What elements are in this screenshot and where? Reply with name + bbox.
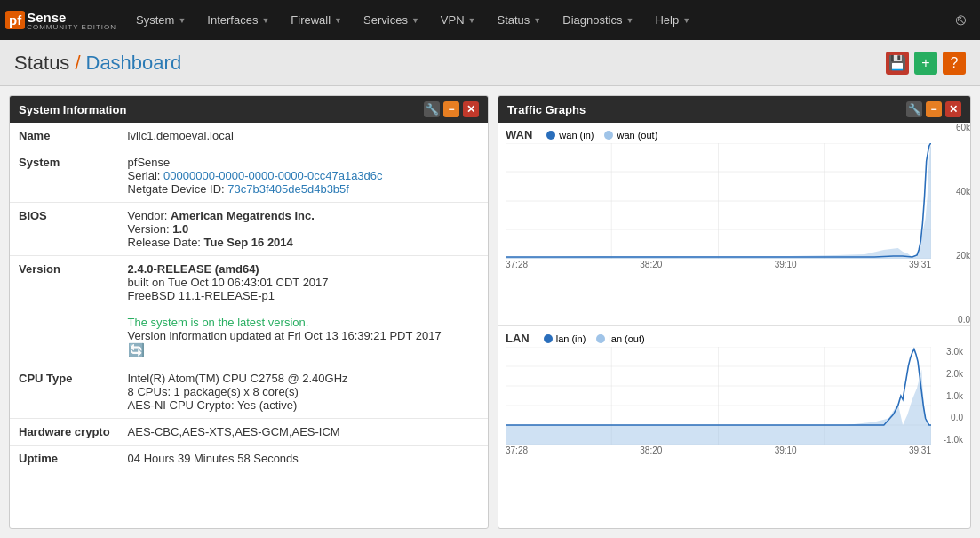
value-cpu: Intel(R) Atom(TM) CPU C2758 @ 2.40GHz 8 … <box>119 365 488 419</box>
system-info-controls: 🔧 − ✕ <box>424 101 479 117</box>
lan-legend-out: lan (out) <box>596 333 644 344</box>
nav-system-arrow: ▼ <box>178 16 186 25</box>
lan-title-row: LAN lan (in) lan (out) <box>506 332 963 345</box>
traffic-graphs-header: Traffic Graphs 🔧 − ✕ <box>498 96 970 123</box>
wan-title: WAN <box>506 128 532 141</box>
table-row: Name lvllc1.demoeval.local <box>10 123 488 149</box>
wan-graph-container: WAN wan (in) wan (out) <box>498 123 970 326</box>
breadcrumb: Status / Dashboard <box>14 52 181 75</box>
nav-interfaces-arrow: ▼ <box>261 16 269 25</box>
label-hw-crypto: Hardware crypto <box>10 419 119 446</box>
nav-help[interactable]: Help ▼ <box>644 0 701 40</box>
nav-firewall[interactable]: Firewall ▼ <box>280 0 353 40</box>
lan-in-label: lan (in) <box>556 333 586 344</box>
traffic-close-icon[interactable]: ✕ <box>945 101 961 117</box>
lan-out-label: lan (out) <box>609 333 644 344</box>
logo-sense: Sense <box>27 10 66 25</box>
lan-legend-in: lan (in) <box>544 333 586 344</box>
nav-exit-icon[interactable]: ⎋ <box>947 11 975 29</box>
label-bios: BIOS <box>10 203 119 256</box>
value-uptime: 04 Hours 39 Minutes 58 Seconds <box>119 446 488 472</box>
traffic-settings-icon[interactable]: 🔧 <box>906 101 922 117</box>
lan-out-dot <box>596 334 605 343</box>
breadcrumb-status: Status <box>14 52 69 75</box>
nav-diagnostics[interactable]: Diagnostics ▼ <box>552 0 644 40</box>
wan-title-row: WAN wan (in) wan (out) <box>506 128 963 141</box>
wan-out-label: wan (out) <box>617 130 657 141</box>
table-row: CPU Type Intel(R) Atom(TM) CPU C2758 @ 2… <box>10 365 488 419</box>
label-system: System <box>10 149 119 203</box>
wan-in-dot <box>546 131 555 140</box>
bios-version: 1.0 <box>172 222 188 236</box>
traffic-graphs-controls: 🔧 − ✕ <box>906 101 961 117</box>
lan-graph-container: LAN lan (in) lan (out) <box>498 326 970 528</box>
table-row: Version 2.4.0-RELEASE (amd64) built on T… <box>10 256 488 365</box>
value-bios: Vendor: American Megatrends Inc. Version… <box>119 203 488 256</box>
logo-pf: pf <box>5 11 25 29</box>
bios-vendor: American Megatrends Inc. <box>171 209 315 222</box>
nav-diagnostics-arrow: ▼ <box>625 16 633 25</box>
add-button[interactable]: + <box>914 52 937 75</box>
netgate-id-value: 73c7b3f405de5d4b3b5f <box>227 182 349 196</box>
system-info-header: System Information 🔧 − ✕ <box>10 96 488 123</box>
value-hw-crypto: AES-CBC,AES-XTS,AES-GCM,AES-ICM <box>119 419 488 446</box>
lan-y-labels: 3.0k 2.0k 1.0k 0.0 -1.0k <box>933 347 963 445</box>
label-uptime: Uptime <box>10 446 119 472</box>
nav-interfaces[interactable]: Interfaces ▼ <box>196 0 280 40</box>
main-content: System Information 🔧 − ✕ Name lvllc1.dem… <box>0 86 980 538</box>
navbar: pf Sense COMMUNITY EDITION System ▼ Inte… <box>0 0 980 40</box>
table-row: Hardware crypto AES-CBC,AES-XTS,AES-GCM,… <box>10 419 488 446</box>
version-number: 2.4.0-RELEASE (amd64) <box>128 262 259 276</box>
system-info-panel: System Information 🔧 − ✕ Name lvllc1.dem… <box>9 95 489 529</box>
nav-services-arrow: ▼ <box>411 16 419 25</box>
breadcrumb-separator: / <box>75 52 80 75</box>
wan-legend-in: wan (in) <box>546 130 594 141</box>
wan-in-label: wan (in) <box>559 130 594 141</box>
table-row: BIOS Vendor: American Megatrends Inc. Ve… <box>10 203 488 256</box>
wan-graph-svg <box>506 143 931 259</box>
lan-in-dot <box>544 334 553 343</box>
version-latest-notice: The system is on the latest version. <box>128 316 309 329</box>
logo-ce: COMMUNITY EDITION <box>27 23 116 31</box>
lan-x-labels: 37:28 38:20 39:10 39:31 <box>506 446 963 455</box>
lan-graph-svg <box>506 347 931 445</box>
table-row: System pfSense Serial: 00000000-0000-000… <box>10 149 488 203</box>
nav-system[interactable]: System ▼ <box>125 0 196 40</box>
nav-status[interactable]: Status ▼ <box>486 0 552 40</box>
label-version: Version <box>10 256 119 365</box>
nav-status-arrow: ▼ <box>533 16 541 25</box>
bios-date: Tue Sep 16 2014 <box>204 236 293 249</box>
nav-help-arrow: ▼ <box>682 16 690 25</box>
value-version: 2.4.0-RELEASE (amd64) built on Tue Oct 1… <box>119 256 488 365</box>
system-info-close-icon[interactable]: ✕ <box>463 101 479 117</box>
traffic-minimize-icon[interactable]: − <box>926 101 942 117</box>
traffic-graphs-panel: Traffic Graphs 🔧 − ✕ WAN wan (in) wan (o… <box>498 95 971 529</box>
nav-services[interactable]: Services ▼ <box>353 0 430 40</box>
breadcrumb-actions: 💾 + ? <box>886 52 966 75</box>
value-name: lvllc1.demoeval.local <box>119 123 488 149</box>
breadcrumb-bar: Status / Dashboard 💾 + ? <box>0 40 980 86</box>
breadcrumb-page: Dashboard <box>86 52 182 75</box>
label-name: Name <box>10 123 119 149</box>
logo[interactable]: pf Sense COMMUNITY EDITION <box>5 10 116 31</box>
nav-vpn-arrow: ▼ <box>468 16 476 25</box>
system-info-body: Name lvllc1.demoeval.local System pfSens… <box>10 123 488 471</box>
nav-firewall-arrow: ▼ <box>334 16 342 25</box>
lan-title: LAN <box>506 332 530 345</box>
traffic-graphs-title: Traffic Graphs <box>507 103 906 116</box>
label-cpu: CPU Type <box>10 365 119 419</box>
system-info-table: Name lvllc1.demoeval.local System pfSens… <box>10 123 488 471</box>
serial-value: 00000000-0000-0000-0000-0cc47a1a3d6c <box>163 169 383 182</box>
nav-vpn[interactable]: VPN ▼ <box>430 0 487 40</box>
wan-x-labels: 37:28 38:20 39:10 39:31 <box>506 260 963 269</box>
system-info-settings-icon[interactable]: 🔧 <box>424 101 440 117</box>
help-button[interactable]: ? <box>943 52 966 75</box>
wan-y-labels: 60k 40k 20k 0.0 <box>942 123 970 325</box>
wan-legend-out: wan (out) <box>604 130 657 141</box>
value-system: pfSense Serial: 00000000-0000-0000-0000-… <box>119 149 488 203</box>
save-button[interactable]: 💾 <box>886 52 909 75</box>
version-refresh-icon[interactable]: 🔄 <box>128 342 145 357</box>
system-info-minimize-icon[interactable]: − <box>443 101 459 117</box>
wan-out-dot <box>604 131 613 140</box>
system-info-title: System Information <box>19 103 424 116</box>
